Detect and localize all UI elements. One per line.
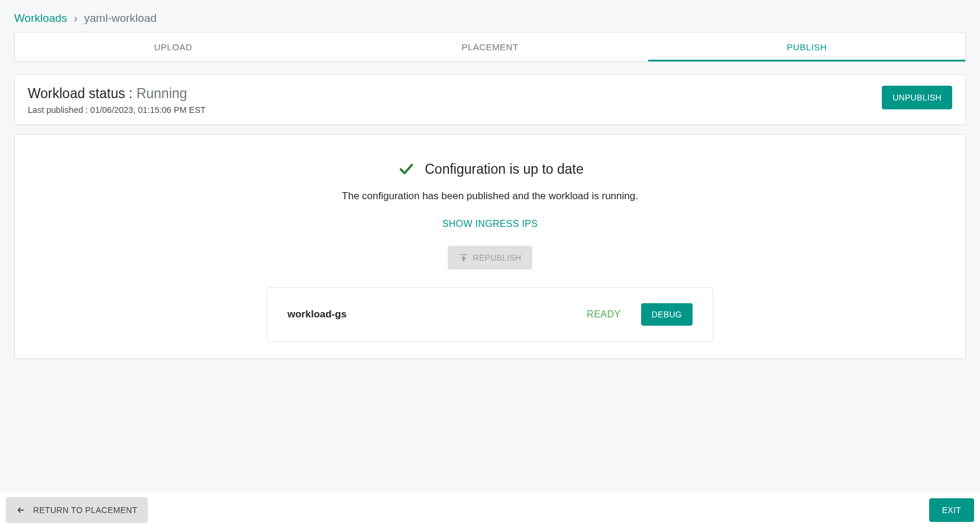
show-ingress-link[interactable]: SHOW INGRESS IPS [28, 219, 952, 229]
footer-bar: RETURN TO PLACEMENT EXIT [0, 491, 980, 529]
config-title: Configuration is up to date [425, 161, 584, 177]
tab-upload[interactable]: UPLOAD [15, 33, 332, 61]
breadcrumb-separator: › [74, 12, 77, 24]
workload-name: workload-gs [287, 309, 347, 320]
status-label: Workload status : [28, 86, 137, 101]
last-published-value: 01/06/2023, 01:15:06 PM EST [90, 105, 206, 115]
status-title: Workload status : Running [28, 86, 206, 102]
tab-publish[interactable]: PUBLISH [648, 33, 965, 61]
tab-placement[interactable]: PLACEMENT [332, 33, 649, 61]
config-card: Configuration is up to date The configur… [14, 134, 966, 359]
unpublish-button[interactable]: UNPUBLISH [882, 86, 952, 109]
arrow-left-icon [14, 505, 27, 515]
republish-button: REPUBLISH [448, 246, 532, 270]
config-title-row: Configuration is up to date [28, 161, 952, 177]
breadcrumb-current: yaml-workload [84, 12, 156, 24]
workload-status: READY [587, 309, 621, 320]
return-label: RETURN TO PLACEMENT [33, 505, 137, 515]
status-info: Workload status : Running Last published… [28, 86, 206, 115]
return-button[interactable]: RETURN TO PLACEMENT [6, 497, 148, 523]
breadcrumb: Workloads › yaml-workload [0, 0, 980, 32]
debug-button[interactable]: DEBUG [641, 303, 693, 326]
breadcrumb-root-link[interactable]: Workloads [14, 12, 67, 24]
tabs-bar: UPLOAD PLACEMENT PUBLISH [14, 32, 966, 61]
status-card: Workload status : Running Last published… [14, 74, 966, 125]
last-published: Last published : 01/06/2023, 01:15:06 PM… [28, 105, 206, 115]
config-subtitle: The configuration has been published and… [28, 190, 952, 202]
check-icon [396, 161, 416, 177]
last-published-label: Last published : [28, 105, 90, 115]
workload-row: workload-gs READY DEBUG [267, 287, 713, 342]
republish-label: REPUBLISH [473, 253, 521, 262]
upload-icon [458, 252, 469, 263]
status-value: Running [137, 86, 187, 101]
exit-button[interactable]: EXIT [929, 498, 974, 522]
